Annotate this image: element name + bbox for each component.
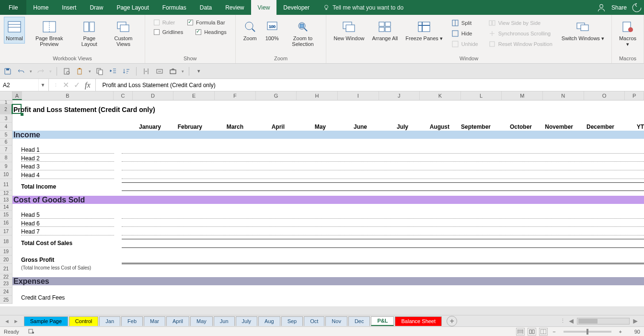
page-layout-view-icon[interactable] bbox=[528, 328, 536, 336]
name-box-dropdown[interactable]: ▼ bbox=[38, 79, 47, 91]
col-header-F[interactable]: F bbox=[215, 91, 256, 100]
tab-developer[interactable]: Developer bbox=[276, 0, 316, 15]
zoom-button[interactable]: Zoom bbox=[240, 17, 261, 44]
hide-button[interactable]: Hide bbox=[450, 29, 480, 38]
sheet-tab-jun[interactable]: Jun bbox=[214, 316, 235, 326]
new-window-button[interactable]: New Window bbox=[330, 17, 368, 44]
col-header-O[interactable]: O bbox=[584, 91, 625, 100]
merge-button[interactable] bbox=[155, 67, 164, 76]
briefcase-button[interactable] bbox=[168, 67, 178, 76]
page-layout-button[interactable]: Page Layout bbox=[73, 17, 105, 49]
custom-views-button[interactable]: Custom Views bbox=[106, 17, 141, 49]
autofit-button[interactable] bbox=[141, 67, 151, 76]
name-box-input[interactable] bbox=[0, 82, 38, 89]
row-header-20[interactable]: 20 bbox=[0, 256, 12, 264]
undo-button[interactable] bbox=[16, 67, 26, 76]
normal-view-icon[interactable] bbox=[516, 328, 525, 336]
zoom-in-button[interactable]: + bbox=[617, 329, 624, 335]
tab-nav-prev[interactable]: ◄ bbox=[3, 318, 11, 324]
print-preview-button[interactable] bbox=[62, 67, 71, 76]
row-header-7[interactable]: 7 bbox=[0, 146, 12, 154]
row-header-11[interactable]: 11 bbox=[0, 179, 12, 190]
sheet-tab-sample-page[interactable]: Sample Page bbox=[24, 316, 68, 326]
col-header-M[interactable]: M bbox=[502, 91, 543, 100]
gridlines-checkbox[interactable]: Gridlines bbox=[152, 28, 185, 36]
sheet-tab-balance-sheet[interactable]: Balance Sheet bbox=[395, 316, 442, 326]
sort-button[interactable] bbox=[122, 67, 131, 76]
zoom-slider[interactable] bbox=[564, 331, 611, 333]
col-header-L[interactable]: L bbox=[461, 91, 502, 100]
spreadsheet-grid[interactable]: 1234567891011121314151617181920212223242… bbox=[0, 101, 644, 306]
add-sheet-button[interactable]: + bbox=[447, 316, 457, 326]
row-header-2[interactable]: 2 bbox=[0, 104, 12, 114]
col-header-I[interactable]: I bbox=[338, 91, 379, 100]
sheet-tab-sep[interactable]: Sep bbox=[281, 316, 303, 326]
row-header-23[interactable]: 23 bbox=[0, 280, 12, 288]
col-header-H[interactable]: H bbox=[297, 91, 338, 100]
copy-button[interactable] bbox=[95, 67, 104, 76]
tab-page-layout[interactable]: Page Layout bbox=[110, 0, 155, 15]
sheet-tab-oct[interactable]: Oct bbox=[304, 316, 324, 326]
row-header-24[interactable]: 24 bbox=[0, 288, 12, 296]
unhide-button[interactable]: Unhide bbox=[450, 40, 480, 48]
col-header-A[interactable]: A bbox=[12, 91, 22, 100]
freeze-panes-button[interactable]: Freeze Panes ▾ bbox=[402, 17, 446, 44]
tab-file[interactable]: File bbox=[0, 0, 26, 15]
row-header-14[interactable]: 14 bbox=[0, 204, 12, 211]
name-box[interactable]: ▼ bbox=[0, 79, 49, 91]
row-header-25[interactable]: 25 bbox=[0, 296, 12, 304]
page-break-preview-button[interactable]: Page Break Preview bbox=[26, 17, 72, 49]
enter-icon[interactable]: ✓ bbox=[74, 80, 80, 90]
col-header-N[interactable]: N bbox=[543, 91, 584, 100]
row-header-1[interactable]: 1 bbox=[0, 101, 12, 104]
row-header-15[interactable]: 15 bbox=[0, 211, 12, 219]
tab-review[interactable]: Review bbox=[218, 0, 251, 15]
tab-formulas[interactable]: Formulas bbox=[156, 0, 193, 15]
tab-draw[interactable]: Draw bbox=[83, 0, 110, 15]
col-header-P[interactable]: P bbox=[625, 91, 644, 100]
sheet-tab-aug[interactable]: Aug bbox=[258, 316, 280, 326]
sheet-tab-dec[interactable]: Dec bbox=[348, 316, 370, 326]
row-header-16[interactable]: 16 bbox=[0, 219, 12, 227]
headings-checkbox[interactable]: Headings bbox=[194, 28, 228, 36]
col-header-D[interactable]: D bbox=[133, 91, 174, 100]
zoom-out-button[interactable]: − bbox=[551, 329, 557, 335]
select-all-corner[interactable] bbox=[0, 91, 12, 100]
col-header-J[interactable]: J bbox=[379, 91, 420, 100]
row-header-9[interactable]: 9 bbox=[0, 162, 12, 170]
switch-windows-button[interactable]: Switch Windows ▾ bbox=[558, 17, 608, 44]
tab-home[interactable]: Home bbox=[26, 0, 55, 15]
col-header-G[interactable]: G bbox=[256, 91, 297, 100]
row-header-18[interactable]: 18 bbox=[0, 235, 12, 247]
row-header-13[interactable]: 13 bbox=[0, 196, 12, 204]
sheet-tab-jan[interactable]: Jan bbox=[99, 316, 120, 326]
col-header-B[interactable]: B bbox=[22, 91, 114, 100]
split-button[interactable]: Split bbox=[450, 19, 480, 27]
formula-bar-checkbox[interactable]: Formula Bar bbox=[185, 19, 227, 26]
save-button[interactable] bbox=[3, 67, 12, 76]
sheet-tab-april[interactable]: April bbox=[166, 316, 189, 326]
tab-view[interactable]: View bbox=[251, 0, 277, 15]
redo-button[interactable] bbox=[36, 67, 46, 76]
row-header-10[interactable]: 10 bbox=[0, 170, 12, 179]
tell-me[interactable]: Tell me what you want to do bbox=[323, 4, 403, 11]
normal-button[interactable]: Normal bbox=[4, 17, 25, 44]
macro-record-icon[interactable] bbox=[28, 328, 34, 336]
sheet-tab-feb[interactable]: Feb bbox=[121, 316, 143, 326]
row-header-4[interactable]: 4 bbox=[0, 123, 12, 131]
sheet-tab-mar[interactable]: Mar bbox=[144, 316, 165, 326]
row-header-6[interactable]: 6 bbox=[0, 139, 12, 146]
page-break-view-icon[interactable] bbox=[539, 328, 548, 336]
sheet-tab-control[interactable]: Control bbox=[69, 316, 98, 326]
zoom-100-button[interactable]: 100100% bbox=[262, 17, 283, 44]
fx-icon[interactable]: fx bbox=[85, 81, 91, 90]
row-header-22[interactable]: 22 bbox=[0, 274, 12, 280]
ruler-checkbox[interactable]: Ruler bbox=[152, 19, 177, 26]
sheet-tab-may[interactable]: May bbox=[190, 316, 213, 326]
qat-customize-button[interactable]: ▾ bbox=[194, 67, 204, 76]
col-header-E[interactable]: E bbox=[173, 91, 215, 100]
row-header-19[interactable]: 19 bbox=[0, 247, 12, 256]
sheet-tab-nov[interactable]: Nov bbox=[325, 316, 347, 326]
share-button[interactable]: Share bbox=[596, 2, 627, 13]
row-header-12[interactable]: 12 bbox=[0, 190, 12, 196]
